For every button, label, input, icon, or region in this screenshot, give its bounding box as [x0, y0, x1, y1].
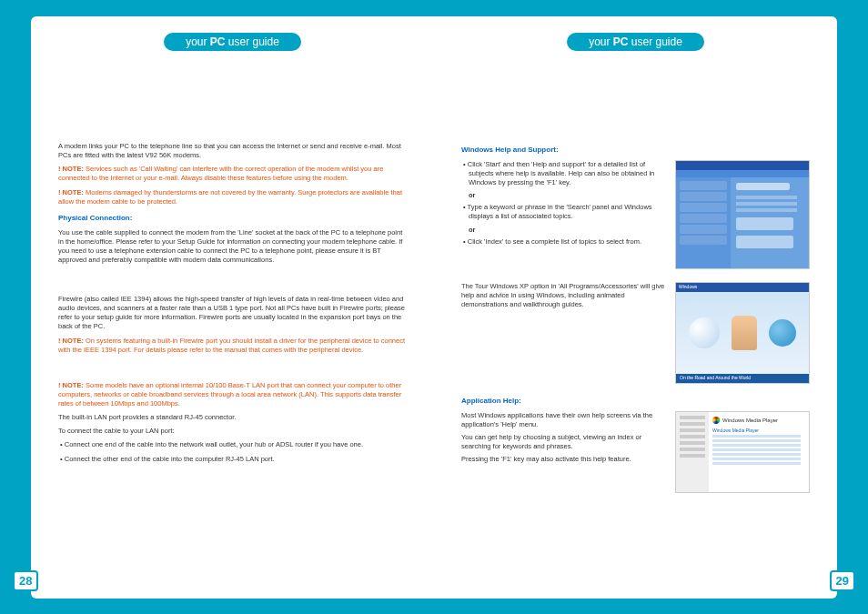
header-right: your PC user guide — [461, 33, 810, 67]
note-4-text: Some models have an optional internal 10… — [58, 381, 401, 408]
page-spread: your PC user guide A modem links your PC… — [31, 16, 837, 599]
app-row: Most Windows applications have their own… — [461, 411, 810, 493]
note-2-text: Modems damaged by thunderstorms are not … — [58, 188, 402, 206]
header-bold: PC — [613, 35, 629, 48]
page-29: your PC user guide Windows Help and Supp… — [434, 16, 837, 599]
header-bold: PC — [210, 35, 226, 48]
header-left: your PC user guide — [58, 33, 407, 67]
page-number-right: 29 — [830, 570, 855, 591]
header-pill-left: your PC user guide — [164, 33, 301, 51]
right-content: Windows Help and Support: Click 'Start' … — [461, 104, 810, 493]
windows-help-title: Windows Help and Support: — [461, 146, 810, 156]
header-suffix: user guide — [225, 35, 278, 48]
help-bullet-3: Click 'Index' to see a complete list of … — [461, 237, 666, 247]
tour-screenshot: Windows On the Road and Around the World — [675, 282, 810, 384]
note-label: ! NOTE: — [58, 381, 86, 389]
note-1: ! NOTE: Services such as 'Call Waiting' … — [58, 165, 407, 183]
help-bullet-1: Click 'Start' and then 'Help and support… — [461, 160, 666, 187]
lan-bullet-1: Connect one end of the cable into the ne… — [58, 440, 407, 449]
wmp-logo-icon — [712, 417, 720, 424]
app-p3: Pressing the 'F1' key may also activate … — [461, 455, 666, 464]
page-28: your PC user guide A modem links your PC… — [31, 16, 434, 599]
application-help-title: Application Help: — [461, 397, 810, 407]
lan-1: The built-in LAN port provides a standar… — [58, 413, 407, 422]
help-row: Click 'Start' and then 'Help and support… — [461, 160, 810, 269]
app-screenshot: Windows Media Player Windows Media Playe… — [675, 411, 810, 493]
note-3-text: On systems featuring a built-in Firewire… — [58, 337, 405, 354]
firewire-body: Firewire (also called IEE 1394) allows t… — [58, 295, 407, 332]
tour-body: The Tour Windows XP option in 'All Progr… — [461, 282, 666, 309]
or-2: or — [469, 226, 666, 235]
lan-bullet-2: Connect the other end of the cable into … — [58, 455, 407, 464]
app-p2: You can get help by choosing a subject, … — [461, 433, 666, 451]
header-prefix: your — [589, 35, 613, 48]
note-4: ! NOTE: Some models have an optional int… — [58, 381, 407, 408]
lan-2: To connect the cable to your LAN port: — [58, 427, 407, 436]
help-screenshot — [675, 160, 810, 269]
app-p1: Most Windows applications have their own… — [461, 411, 666, 429]
header-suffix: user guide — [628, 35, 681, 48]
header-prefix: your — [186, 35, 210, 48]
help-text: Click 'Start' and then 'Help and support… — [461, 160, 666, 269]
note-label: ! NOTE: — [58, 188, 86, 196]
tour-row: The Tour Windows XP option in 'All Progr… — [461, 282, 810, 384]
note-1-text: Services such as 'Call Waiting' can inte… — [58, 165, 383, 182]
tour-text: The Tour Windows XP option in 'All Progr… — [461, 282, 666, 384]
or-1: or — [469, 191, 666, 200]
physical-connection-title: Physical Connection: — [58, 214, 407, 224]
note-label: ! NOTE: — [58, 165, 86, 173]
note-2: ! NOTE: Modems damaged by thunderstorms … — [58, 188, 407, 206]
help-bullet-2: Type a keyword or phrase in the 'Search'… — [461, 203, 666, 221]
tour-titlebar: Windows — [676, 283, 809, 292]
tour-footer: On the Road and Around the World — [676, 374, 809, 383]
page-number-left: 28 — [13, 570, 38, 591]
physical-connection-body: You use the cable supplied to connect th… — [58, 228, 407, 266]
wmp-title: Windows Media Player — [722, 417, 778, 424]
note-3: ! NOTE: On systems featuring a built-in … — [58, 337, 407, 355]
left-content: A modem links your PC to the telephone l… — [58, 104, 407, 464]
modem-intro: A modem links your PC to the telephone l… — [58, 142, 407, 160]
note-label: ! NOTE: — [58, 337, 86, 345]
header-pill-right: your PC user guide — [567, 33, 704, 51]
app-text: Most Windows applications have their own… — [461, 411, 666, 493]
